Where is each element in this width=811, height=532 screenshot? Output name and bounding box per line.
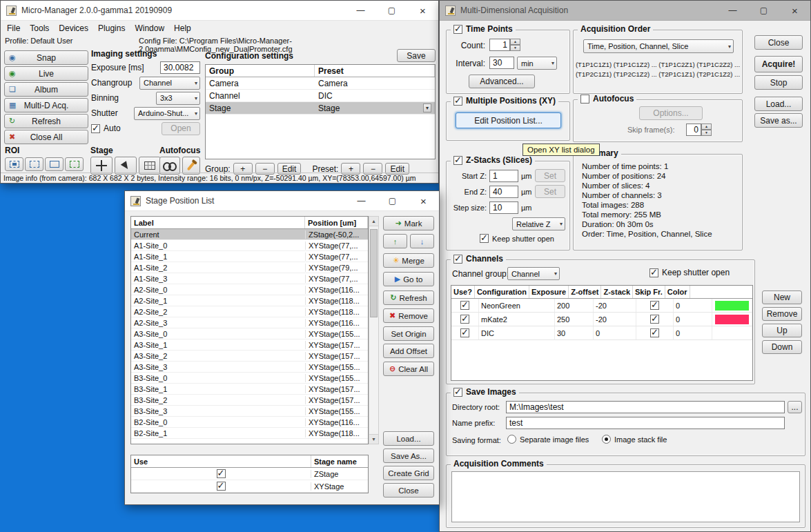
scroll-down-icon[interactable]: ▼ [369, 434, 378, 444]
position-row[interactable]: A1-Site_2 XYStage(79,... [131, 262, 368, 273]
autofocus-checkbox[interactable] [580, 95, 589, 104]
skip-frames-spinner[interactable]: 0 ▲▼ [686, 124, 712, 136]
close-icon[interactable]: × [779, 1, 810, 20]
step-size-input[interactable]: 10 [489, 201, 518, 214]
channel-column-header[interactable]: Configuration [475, 286, 529, 298]
menu-item[interactable]: Window [130, 21, 169, 35]
minimize-icon[interactable]: — [345, 1, 376, 20]
group-column-header[interactable]: Group [206, 65, 315, 77]
channel-use-checkbox[interactable] [460, 328, 469, 337]
mda-titlebar[interactable]: Multi-Dimensional Acquisition — ▢ × [440, 1, 810, 21]
end-z-input[interactable]: 40 [489, 186, 518, 198]
save-images-checkbox[interactable] [453, 388, 462, 397]
channel-color-swatch[interactable] [715, 301, 749, 311]
position-row[interactable]: B3-Site_3 XYStage(155... [131, 406, 368, 417]
channels-checkbox[interactable] [453, 255, 462, 264]
save-as-button[interactable]: Save As... [383, 449, 434, 463]
channel-action-button[interactable]: Remove [762, 307, 802, 321]
set-end-z-button[interactable]: Set [535, 185, 565, 198]
set-start-z-button[interactable]: Set [535, 169, 565, 182]
acquisition-order-select[interactable]: Time, Position, Channel, Slice ▾ [583, 39, 734, 53]
toolbar-button[interactable]: ◉ Snap [4, 50, 88, 65]
open-shutter-button[interactable]: Open [162, 122, 200, 135]
position-row[interactable]: A3-Site_1 XYStage(157... [131, 339, 368, 351]
minimize-icon[interactable]: — [717, 1, 748, 20]
interval-input[interactable]: 30 [489, 57, 514, 69]
close-icon[interactable]: × [407, 1, 438, 20]
channels-keep-shutter-checkbox[interactable] [649, 268, 658, 277]
position-row[interactable]: Current ZStage(-50,2... [131, 229, 368, 240]
menu-item[interactable]: Tools [25, 21, 54, 35]
name-prefix-input[interactable]: test [506, 417, 785, 429]
channel-action-button[interactable]: Down [762, 340, 802, 354]
channel-column-header[interactable]: Z-offset [569, 286, 601, 298]
mark-button[interactable]: ➜ Mark [383, 216, 434, 230]
position-row[interactable]: A2-Site_2 XYStage(118... [131, 306, 368, 317]
position-row[interactable]: A3-Site_2 XYStage(157... [131, 351, 368, 362]
channel-zstack-checkbox[interactable] [650, 328, 659, 337]
directory-root-input[interactable]: M:\Images\test [506, 401, 785, 413]
config-row[interactable]: Camera Camera [206, 77, 435, 90]
position-list-titlebar[interactable]: Stage Position List — ▢ × [125, 191, 439, 211]
spin-down-icon[interactable]: ▼ [701, 130, 712, 136]
remove-button[interactable]: ✖ Remove [383, 308, 434, 323]
image-stack-radio[interactable] [602, 435, 611, 444]
maximize-icon[interactable]: ▢ [377, 191, 408, 210]
shutter-select[interactable]: Arduino-Shut... ▾ [134, 107, 200, 120]
channel-row[interactable]: mKate2 250 -20 0 [451, 313, 752, 326]
move-up-button[interactable]: ↑ [383, 234, 407, 248]
channel-use-checkbox[interactable] [460, 301, 469, 310]
chevron-down-icon[interactable]: ▾ [423, 104, 431, 112]
roi-select-button[interactable] [5, 157, 23, 171]
edit-position-list-button[interactable]: Edit Position List... [456, 112, 561, 128]
interval-unit-select[interactable]: min ▾ [517, 57, 557, 70]
channel-use-checkbox[interactable] [460, 315, 469, 324]
menu-item[interactable]: Devices [54, 21, 93, 35]
zstack-keep-shutter-checkbox[interactable] [480, 234, 489, 243]
stop-button[interactable]: Stop [754, 75, 803, 90]
time-points-checkbox[interactable] [453, 25, 462, 34]
separate-files-radio[interactable] [507, 435, 516, 444]
channel-row[interactable]: NeonGreen 200 -20 0 [451, 299, 752, 313]
set-origin-button[interactable]: Set Origin [383, 326, 434, 341]
spin-down-icon[interactable]: ▼ [510, 45, 520, 51]
toolbar-button[interactable]: ▦ Multi-D Acq. [4, 98, 88, 112]
move-down-button[interactable]: ↓ [410, 234, 434, 248]
changroup-select[interactable]: Channel ▾ [139, 77, 200, 90]
exposure-input[interactable]: 30.0082 [160, 61, 200, 74]
toolbar-button[interactable]: ↻ Refresh [4, 114, 88, 128]
roi-reset-button[interactable] [45, 157, 63, 171]
channel-column-header[interactable]: Skip Fr. [633, 286, 665, 298]
position-list-scrollbar[interactable]: ▲ ▼ [369, 216, 379, 444]
position-row[interactable]: A2-Site_3 XYStage(116... [131, 317, 368, 328]
acquire-button[interactable]: Acquire! [754, 56, 803, 72]
channel-zstack-checkbox[interactable] [650, 301, 659, 310]
spin-up-icon[interactable]: ▲ [510, 39, 520, 45]
config-row[interactable]: Channel DIC [206, 90, 435, 102]
clear-all-button[interactable]: ⊖ Clear All [383, 362, 434, 376]
position-row[interactable]: B3-Site_0 XYStage(155... [131, 373, 368, 384]
position-row[interactable]: A2-Site_0 XYStage(116... [131, 284, 368, 295]
position-row[interactable]: B2-Site_0 XYStage(116... [131, 417, 368, 428]
channel-row[interactable]: DIC 30 0 0 [451, 326, 752, 340]
use-column-header[interactable]: Use [131, 455, 311, 467]
menu-item[interactable]: File [2, 21, 25, 35]
z-reference-select[interactable]: Relative Z ▾ [512, 217, 565, 230]
position-row[interactable]: B3-Site_1 XYStage(157... [131, 384, 368, 395]
channel-column-header[interactable]: Use? [451, 286, 475, 298]
position-row[interactable]: A2-Site_1 XYStage(118... [131, 295, 368, 306]
preset-column-header[interactable]: Preset [315, 65, 435, 77]
roi-full-button[interactable] [65, 157, 84, 171]
config-row[interactable]: Stage Stage▾ [206, 102, 435, 115]
binning-select[interactable]: 3x3 ▾ [156, 92, 200, 105]
browse-directory-button[interactable]: ... [788, 401, 802, 413]
mda-save-as-button[interactable]: Save as... [754, 113, 803, 128]
menu-item[interactable]: Plugins [93, 21, 130, 35]
channel-group-select[interactable]: Channel ▾ [507, 267, 560, 280]
close-icon[interactable]: × [408, 191, 439, 210]
channel-column-header[interactable]: Exposure [529, 286, 569, 298]
scroll-up-icon[interactable]: ▲ [369, 217, 378, 226]
autofocus-options-button[interactable]: Options... [639, 106, 703, 120]
scrollbar-thumb[interactable] [370, 229, 378, 317]
maximize-icon[interactable]: ▢ [376, 1, 407, 20]
